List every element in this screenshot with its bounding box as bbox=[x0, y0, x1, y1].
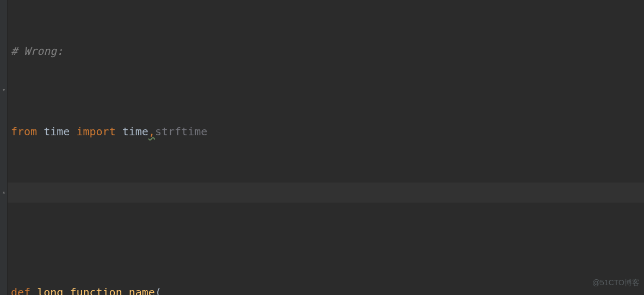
fold-toggle-icon[interactable]: ▾ bbox=[1, 87, 7, 93]
watermark: @51CTO博客 bbox=[592, 273, 640, 293]
code-line-blank[interactable] bbox=[11, 202, 509, 222]
keyword-from: from bbox=[11, 125, 37, 138]
editor-code-area[interactable]: # Wrong: from time import time,strftime … bbox=[8, 0, 512, 295]
module-name: time bbox=[44, 125, 70, 138]
import-name: time bbox=[122, 125, 148, 138]
comma-warning: , bbox=[148, 125, 155, 138]
keyword-import: import bbox=[76, 125, 115, 138]
keyword-def: def bbox=[11, 286, 30, 295]
fold-toggle-end-icon[interactable]: ▴ bbox=[1, 189, 7, 196]
function-name: long_function_name bbox=[37, 286, 155, 295]
comment: # Wrong: bbox=[11, 45, 63, 58]
code-line[interactable]: # Wrong: bbox=[11, 41, 509, 61]
code-line[interactable]: def long_function_name( bbox=[11, 283, 509, 295]
code-line[interactable]: from time import time,strftime bbox=[11, 122, 509, 142]
editor-gutter: ▾ ▴ bbox=[0, 0, 8, 295]
paren-open: ( bbox=[155, 286, 162, 295]
import-name-unused: strftime bbox=[155, 125, 207, 138]
